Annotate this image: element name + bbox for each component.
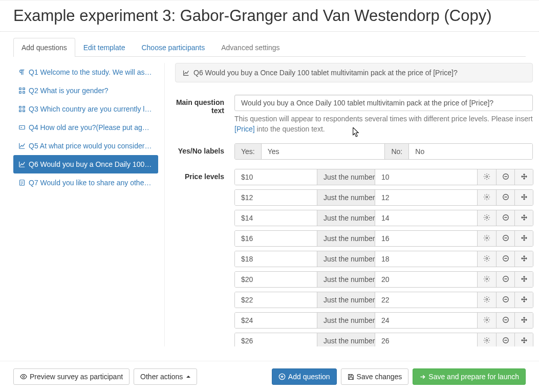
price-number-input[interactable]: [375, 169, 477, 185]
price-number-input[interactable]: [375, 333, 477, 346]
move-button[interactable]: [514, 313, 533, 328]
remove-button[interactable]: [496, 292, 514, 308]
move-button[interactable]: [514, 292, 533, 308]
gear-button[interactable]: [478, 210, 496, 226]
tab-edit-template[interactable]: Edit template: [75, 38, 134, 57]
price-level-row: Just the number:: [234, 230, 533, 247]
move-button[interactable]: [514, 210, 533, 226]
just-number-addon: Just the number:: [317, 251, 375, 267]
sidebar-item-label: Q7 Would you like to share any other th…: [29, 179, 153, 187]
sidebar-item-label: Q1 Welcome to the study. We will ask y…: [29, 68, 153, 76]
no-input[interactable]: [409, 144, 532, 159]
add-question-button[interactable]: Add question: [272, 368, 337, 385]
gear-icon: [483, 193, 490, 202]
price-display-input[interactable]: [235, 169, 317, 185]
price-display-input[interactable]: [235, 292, 317, 308]
price-number-input[interactable]: [375, 210, 477, 226]
price-display-input[interactable]: [235, 190, 317, 205]
price-token-link[interactable]: [Price]: [234, 125, 255, 133]
remove-button[interactable]: [496, 251, 514, 267]
chart-icon: [183, 70, 189, 76]
plus-circle-icon: [278, 373, 286, 380]
tab-choose-participants[interactable]: Choose participants: [133, 38, 213, 57]
just-number-addon: Just the number:: [317, 231, 375, 246]
price-display-input[interactable]: [235, 210, 317, 226]
price-level-row: Just the number:: [234, 312, 533, 329]
price-number-input[interactable]: [375, 313, 477, 328]
minus-circle-icon: [502, 193, 509, 202]
text-icon: [18, 124, 26, 131]
move-button[interactable]: [514, 231, 533, 246]
minus-circle-icon: [502, 316, 509, 325]
grid-icon: [18, 105, 26, 113]
price-level-row: Just the number:: [234, 189, 533, 206]
sidebar-item-q6[interactable]: Q6 Would you buy a Once Daily 100 ta…: [13, 155, 158, 173]
tab-add-questions[interactable]: Add questions: [13, 38, 75, 57]
sidebar-item-q4[interactable]: Q4 How old are you?(Please put age in…: [13, 118, 158, 137]
remove-button[interactable]: [496, 333, 514, 346]
gear-icon: [483, 234, 490, 243]
price-display-input[interactable]: [235, 231, 317, 246]
price-number-input[interactable]: [375, 292, 477, 308]
preview-button[interactable]: Preview survey as participant: [13, 368, 130, 385]
gear-button[interactable]: [478, 231, 496, 246]
svg-rect-6: [19, 110, 21, 112]
gear-button[interactable]: [478, 292, 496, 308]
svg-point-20: [486, 278, 488, 280]
sidebar-item-q1[interactable]: Q1 Welcome to the study. We will ask y…: [13, 63, 158, 81]
gear-button[interactable]: [478, 333, 496, 346]
sidebar-item-q5[interactable]: Q5 At what price would you consider 1,…: [13, 137, 158, 155]
yesno-label: Yes/No labels: [175, 143, 234, 155]
tab-advanced-settings: Advanced settings: [213, 38, 288, 57]
price-number-input[interactable]: [375, 251, 477, 267]
svg-point-26: [486, 339, 488, 341]
gear-button[interactable]: [478, 251, 496, 267]
gear-button[interactable]: [478, 190, 496, 205]
main-question-input[interactable]: [234, 95, 533, 111]
sidebar-item-q7[interactable]: Q7 Would you like to share any other th…: [13, 173, 158, 192]
gear-icon: [483, 296, 490, 304]
price-display-input[interactable]: [235, 333, 317, 346]
no-addon: No:: [384, 144, 409, 159]
move-button[interactable]: [514, 190, 533, 205]
page-title: Example experiment 3: Gabor-Granger and …: [0, 3, 539, 32]
move-button[interactable]: [514, 272, 533, 287]
price-number-input[interactable]: [375, 190, 477, 205]
yes-input[interactable]: [262, 144, 385, 159]
chart-icon: [18, 161, 26, 168]
remove-button[interactable]: [496, 190, 514, 205]
other-actions-button[interactable]: Other actions: [134, 368, 197, 385]
svg-point-22: [486, 298, 488, 300]
sidebar-item-label: Q5 At what price would you consider 1,…: [29, 142, 153, 150]
save-changes-button[interactable]: Save changes: [341, 368, 409, 385]
remove-button[interactable]: [496, 231, 514, 246]
move-button[interactable]: [514, 333, 533, 346]
svg-point-18: [486, 257, 488, 259]
price-level-row: Just the number:: [234, 210, 533, 226]
move-icon: [521, 214, 528, 223]
price-number-input[interactable]: [375, 231, 477, 246]
move-button[interactable]: [514, 251, 533, 267]
remove-button[interactable]: [496, 169, 514, 185]
price-display-input[interactable]: [235, 272, 317, 287]
sidebar-item-label: Q4 How old are you?(Please put age in…: [29, 123, 153, 132]
sidebar-item-label: Q6 Would you buy a Once Daily 100 ta…: [29, 160, 153, 168]
remove-button[interactable]: [496, 313, 514, 328]
sidebar-item-q2[interactable]: Q2 What is your gender?: [13, 81, 158, 100]
svg-point-24: [486, 319, 488, 321]
minus-circle-icon: [502, 255, 509, 264]
gear-button[interactable]: [478, 169, 496, 185]
price-display-input[interactable]: [235, 251, 317, 267]
svg-rect-2: [19, 92, 21, 94]
price-display-input[interactable]: [235, 313, 317, 328]
move-button[interactable]: [514, 169, 533, 185]
svg-point-14: [486, 216, 488, 219]
gear-button[interactable]: [478, 272, 496, 287]
just-number-addon: Just the number:: [317, 292, 375, 308]
save-launch-button[interactable]: Save and prepare for launch: [413, 368, 526, 385]
remove-button[interactable]: [496, 272, 514, 287]
gear-button[interactable]: [478, 313, 496, 328]
sidebar-item-q3[interactable]: Q3 Which country are you currently livin…: [13, 100, 158, 118]
price-number-input[interactable]: [375, 272, 477, 287]
remove-button[interactable]: [496, 210, 514, 226]
